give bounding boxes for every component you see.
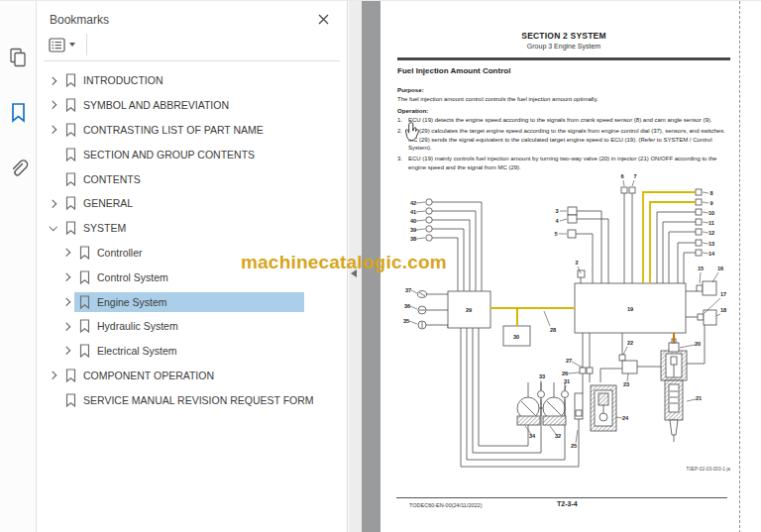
- svg-text:13: 13: [708, 241, 714, 247]
- svg-text:24: 24: [622, 415, 629, 421]
- svg-text:38: 38: [410, 236, 416, 242]
- panel-separator: [44, 60, 340, 61]
- bookmarks-panel-icon[interactable]: [10, 102, 27, 128]
- bookmark-item-label: SERVICE MANUAL REVISION REQUEST FORM: [83, 394, 314, 406]
- svg-text:33: 33: [539, 373, 545, 379]
- svg-text:36: 36: [404, 303, 410, 309]
- bookmark-icon: [79, 270, 90, 284]
- figure-code: T0EP-02-03-003-1 ja: [686, 467, 730, 472]
- chevron-icon[interactable]: [46, 124, 60, 136]
- svg-text:6: 6: [620, 173, 623, 179]
- bookmark-icon: [65, 98, 76, 112]
- group-title: Group 3 Engine System: [397, 43, 730, 50]
- chevron-icon[interactable]: [59, 247, 74, 259]
- chevron-icon[interactable]: [59, 345, 74, 357]
- operation-list: 1. ECU (19) detects the engine speed acc…: [397, 116, 732, 172]
- bookmark-item-label: GENERAL: [83, 197, 133, 209]
- chevron-icon[interactable]: [46, 394, 60, 406]
- operation-label: Operation:: [397, 107, 732, 114]
- watermark-text: machinecatalogic.com: [241, 252, 447, 273]
- page-thumbnails-icon[interactable]: [8, 47, 29, 72]
- bookmark-item[interactable]: CONTENTS: [37, 166, 347, 191]
- document-body: Purpose: The fuel injection amount contr…: [397, 83, 732, 174]
- bookmark-item-label: SYSTEM: [83, 222, 126, 234]
- svg-text:4: 4: [555, 218, 559, 224]
- document-header: SECTION 2 SYSTEM Group 3 Engine System: [397, 31, 730, 50]
- chevron-icon[interactable]: [46, 197, 60, 209]
- bookmark-item[interactable]: Electrical System: [37, 339, 347, 364]
- close-panel-icon[interactable]: [316, 12, 331, 27]
- bookmark-item-label: INTRODUCTION: [83, 74, 163, 86]
- svg-text:9: 9: [709, 200, 712, 206]
- chevron-icon[interactable]: [46, 99, 60, 111]
- svg-text:21: 21: [696, 395, 702, 401]
- svg-text:8: 8: [709, 190, 712, 196]
- svg-text:12: 12: [708, 230, 714, 236]
- bookmark-item[interactable]: COMPONENT OPERATION: [37, 364, 347, 388]
- svg-text:22: 22: [627, 340, 633, 346]
- svg-text:17: 17: [720, 291, 726, 297]
- svg-text:16: 16: [717, 266, 723, 271]
- svg-text:3: 3: [555, 208, 558, 214]
- svg-text:11: 11: [708, 220, 714, 226]
- page-edge-dashed-line: [739, 1, 740, 532]
- bookmark-item[interactable]: Engine System: [37, 289, 347, 314]
- svg-text:5: 5: [554, 231, 557, 237]
- figure-fuel-injection-diagram: 4241403938373635293028192345678910111213…: [396, 165, 738, 479]
- attachments-icon[interactable]: [8, 158, 29, 184]
- chevron-icon[interactable]: [46, 149, 60, 160]
- svg-text:40: 40: [410, 218, 416, 224]
- chevron-icon[interactable]: [46, 173, 60, 185]
- bookmark-item-label: Control System: [97, 271, 168, 283]
- svg-text:19: 19: [627, 306, 633, 312]
- bookmark-icon: [79, 246, 90, 260]
- svg-text:32: 32: [555, 433, 561, 439]
- bookmark-icon: [79, 319, 90, 333]
- bookmark-item[interactable]: SYMBOL AND ABBREVIATION: [37, 93, 347, 118]
- bookmark-item[interactable]: SERVICE MANUAL REVISION REQUEST FORM: [37, 387, 347, 412]
- bookmark-item-label: SECTION AND GROUP CONTENTS: [83, 149, 255, 160]
- bookmark-icon: [79, 344, 90, 358]
- bookmark-item[interactable]: CONTRASTING LIST OF PART NAME: [37, 118, 347, 143]
- chevron-icon[interactable]: [59, 296, 74, 308]
- svg-text:35: 35: [403, 318, 409, 324]
- svg-text:29: 29: [466, 307, 472, 313]
- svg-text:42: 42: [410, 200, 416, 206]
- chevron-icon[interactable]: [59, 320, 74, 332]
- purpose-text: The fuel injection amount control contro…: [397, 95, 732, 104]
- bookmark-item-label: Engine System: [97, 296, 167, 308]
- operation-step-text: ECU (19) detects the engine speed accord…: [408, 116, 732, 125]
- bookmark-options-button[interactable]: [49, 38, 75, 53]
- bookmark-item-label: Controller: [97, 247, 143, 259]
- svg-text:41: 41: [410, 209, 416, 215]
- chevron-down-icon: [69, 43, 75, 47]
- svg-text:18: 18: [720, 307, 726, 313]
- operation-step-text: MC (29) calculates the target engine spe…: [408, 127, 732, 153]
- navigation-rail: [0, 1, 37, 532]
- purpose-label: Purpose:: [397, 86, 732, 93]
- bookmark-item[interactable]: Hydraulic System: [37, 314, 347, 339]
- svg-text:34: 34: [529, 433, 536, 439]
- chevron-icon[interactable]: [59, 271, 74, 283]
- page-title: Fuel Injection Amount Control: [397, 66, 510, 75]
- section-title: SECTION 2 SYSTEM: [397, 31, 730, 41]
- bookmark-item[interactable]: GENERAL: [37, 191, 347, 216]
- svg-text:15: 15: [698, 266, 704, 271]
- bookmark-item[interactable]: SECTION AND GROUP CONTENTS: [37, 142, 347, 166]
- svg-text:25: 25: [571, 443, 577, 449]
- bookmark-item[interactable]: INTRODUCTION: [37, 68, 347, 93]
- chevron-icon[interactable]: [46, 370, 60, 381]
- svg-text:28: 28: [550, 327, 556, 333]
- operation-step: 2. MC (29) calculates the target engine …: [397, 127, 732, 153]
- bookmark-icon: [65, 123, 76, 137]
- bookmark-item-label: SYMBOL AND ABBREVIATION: [83, 99, 229, 111]
- bookmark-icon: [65, 221, 76, 235]
- hand-tool-cursor: [403, 121, 422, 144]
- bookmark-item[interactable]: SYSTEM: [37, 216, 347, 241]
- bookmark-icon: [65, 148, 76, 161]
- operation-step: 1. ECU (19) detects the engine speed acc…: [397, 116, 732, 125]
- svg-text:39: 39: [410, 227, 416, 233]
- svg-text:30: 30: [513, 334, 519, 340]
- chevron-icon[interactable]: [46, 222, 60, 234]
- chevron-icon[interactable]: [46, 74, 60, 86]
